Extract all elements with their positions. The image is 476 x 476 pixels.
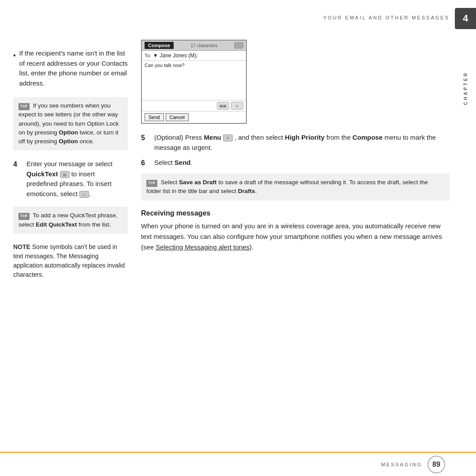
emoticon-icon: ☺ bbox=[79, 191, 89, 198]
note-box: NOTE Some symbols can't be used in text … bbox=[13, 242, 128, 279]
tip2-text: To add a new QuickText phrase, select Ed… bbox=[19, 212, 118, 227]
step-6: 6 Select Send. bbox=[141, 158, 450, 168]
compose-dropdown-icon: ▼ bbox=[153, 52, 158, 59]
receiving-section: Receiving messages When your phone is tu… bbox=[141, 209, 450, 253]
quicktext-icon: ▤ bbox=[60, 171, 70, 178]
tip-label-3: TIP bbox=[146, 180, 157, 187]
compose-to-value: Jane Jones (M); bbox=[160, 52, 198, 59]
compose-screenshot: Compose 17 characters To: ▼ Jane Jones (… bbox=[141, 40, 247, 124]
receiving-link[interactable]: Selecting Messaging alert tones bbox=[156, 243, 249, 251]
note-label: NOTE bbox=[13, 243, 30, 250]
compose-to-label: To: bbox=[145, 53, 151, 58]
compose-signal-icon bbox=[234, 42, 243, 48]
tip-label-2: TIP bbox=[19, 213, 30, 220]
compose-titlebar: Compose 17 characters bbox=[142, 41, 246, 51]
step-6-content: Select Send. bbox=[154, 158, 193, 168]
compose-chars: 17 characters bbox=[191, 43, 218, 48]
bullet-dot: • bbox=[13, 50, 16, 61]
chapter-label-sidebar: CHAPTER bbox=[455, 44, 476, 132]
compose-toolbar: ▤▤ ☺ bbox=[142, 100, 246, 112]
compose-tool-btn-1[interactable]: ▤▤ bbox=[217, 102, 229, 110]
compose-action-buttons: Send Cancel bbox=[142, 112, 246, 123]
page-footer: MESSAGING 89 bbox=[0, 452, 476, 476]
compose-tab: Compose bbox=[145, 42, 174, 49]
bullet-text: If the recipient's name isn't in the lis… bbox=[19, 48, 128, 88]
tip-box-3: TIP Select Save as Draft to save a draft… bbox=[141, 174, 450, 201]
left-column: • If the recipient's name isn't in the l… bbox=[13, 35, 128, 450]
step-4-content: Enter your message or select QuickText ▤… bbox=[26, 159, 128, 199]
receiving-body-end: ). bbox=[249, 243, 253, 251]
tip-box-1: TIP If you see numbers when you expect t… bbox=[13, 97, 128, 150]
step-6-num: 6 bbox=[141, 158, 150, 168]
receiving-title: Receiving messages bbox=[141, 209, 450, 217]
bullet-item: • If the recipient's name isn't in the l… bbox=[13, 48, 128, 88]
footer-page-number: 89 bbox=[428, 456, 445, 473]
tip-label-1: TIP bbox=[19, 103, 30, 110]
compose-body-text: Can you talk now? bbox=[145, 63, 185, 68]
compose-to-field[interactable]: To: ▼ Jane Jones (M); bbox=[142, 51, 246, 61]
footer-label: MESSAGING bbox=[381, 462, 422, 467]
compose-body[interactable]: Can you talk now? bbox=[142, 61, 246, 100]
receiving-body: When your phone is turned on and you are… bbox=[141, 221, 450, 253]
step-4: 4 Enter your message or select QuickText… bbox=[13, 159, 128, 199]
main-content: • If the recipient's name isn't in the l… bbox=[13, 35, 450, 450]
page-header: YOUR EMAIL AND OTHER MESSAGES bbox=[0, 0, 476, 35]
compose-cancel-button[interactable]: Cancel bbox=[166, 113, 189, 121]
compose-send-button[interactable]: Send bbox=[145, 113, 164, 121]
chapter-label-text: CHAPTER bbox=[463, 71, 468, 105]
compose-tool-btn-2[interactable]: ☺ bbox=[231, 102, 243, 110]
chapter-badge: 4 bbox=[455, 8, 476, 29]
tip-box-2: TIP To add a new QuickText phrase, selec… bbox=[13, 207, 128, 234]
tip1-text: If you see numbers when you expect to se… bbox=[19, 102, 119, 145]
step-4-num: 4 bbox=[13, 159, 22, 170]
step-5-num: 5 bbox=[141, 133, 150, 152]
step-5: 5 (Optional) Press Menu ≡ , and then sel… bbox=[141, 133, 450, 152]
menu-icon: ≡ bbox=[223, 134, 233, 141]
step-5-content: (Optional) Press Menu ≡ , and then selec… bbox=[154, 133, 450, 152]
right-column: Compose 17 characters To: ▼ Jane Jones (… bbox=[141, 35, 450, 450]
tip3-text: Select Save as Draft to save a draft of … bbox=[146, 179, 428, 194]
header-title: YOUR EMAIL AND OTHER MESSAGES bbox=[324, 15, 450, 20]
